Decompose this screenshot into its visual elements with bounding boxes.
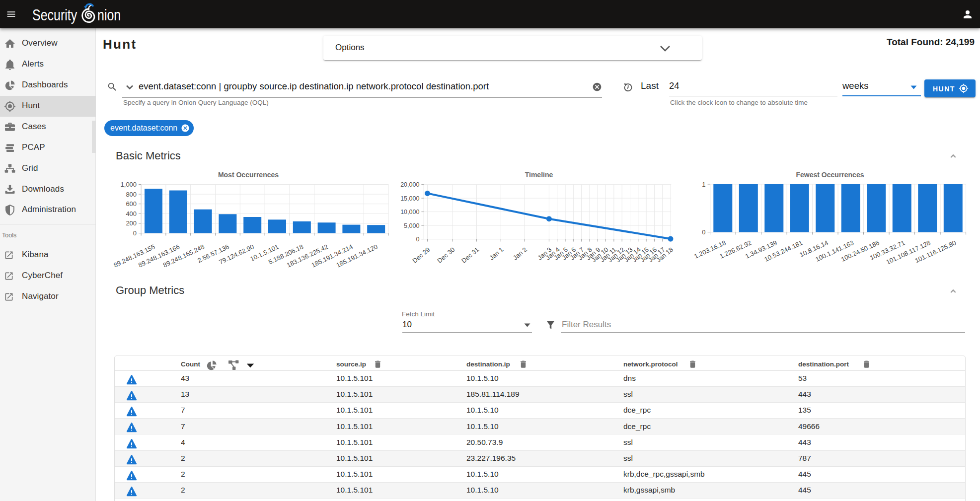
svg-text:1: 1 [702, 181, 705, 188]
svg-text:Dec 29: Dec 29 [411, 246, 431, 265]
svg-text:0: 0 [133, 229, 137, 237]
svg-text:600: 600 [126, 200, 137, 208]
svg-text:200: 200 [126, 219, 137, 227]
svg-text:400: 400 [126, 210, 137, 217]
svg-text:Jan 2: Jan 2 [512, 246, 528, 262]
svg-text:Jan 1: Jan 1 [488, 246, 505, 262]
svg-text:800: 800 [126, 191, 137, 198]
svg-text:Dec 30: Dec 30 [436, 246, 456, 265]
svg-text:20,000: 20,000 [400, 181, 419, 188]
svg-text:15,000: 15,000 [400, 195, 419, 202]
svg-text:5,000: 5,000 [404, 222, 419, 229]
svg-text:Fewest Occurrences: Fewest Occurrences [796, 171, 864, 179]
svg-text:1,000: 1,000 [121, 181, 137, 188]
svg-text:0: 0 [416, 236, 419, 243]
svg-text:Most Occurrences: Most Occurrences [218, 171, 279, 179]
svg-text:10,000: 10,000 [400, 209, 419, 215]
svg-text:0: 0 [702, 228, 705, 236]
svg-text:Dec 31: Dec 31 [460, 246, 480, 265]
svg-text:Timeline: Timeline [525, 171, 553, 179]
